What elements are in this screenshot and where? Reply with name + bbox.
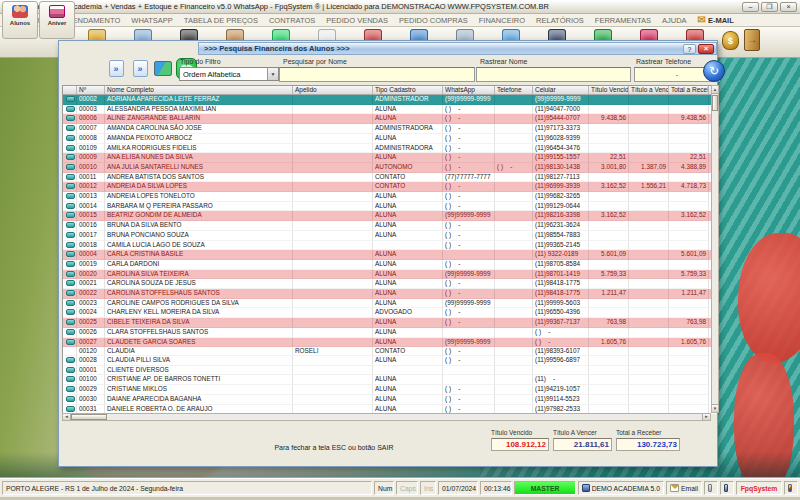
cell [443,328,495,338]
table-row[interactable]: 00014BARBARA M Q PEREIRA PASSAROALUNA( )… [63,202,716,212]
table-row[interactable]: 00026CLARA STOFFELSHAUS SANTOSALUNA( ) - [63,328,716,338]
table-row[interactable]: 00011ANDREA BATISTA DOS SANTOSCONTATO(77… [63,173,716,183]
column-header[interactable]: Apelido [293,86,373,94]
table-row[interactable]: 00016BRUNA DA SILVA BENTOALUNA( ) -(11)9… [63,221,716,231]
map-button[interactable] [153,59,173,79]
print-button[interactable]: » [130,59,150,79]
table-row[interactable]: 00004CARLA CRISTINA BASILEALUNA(11) 9322… [63,250,716,260]
table-row[interactable]: 00029CRISTIANE MIKLOSALUNA( ) -(11)94219… [63,385,716,395]
row-icon-cell [63,260,77,270]
phone-icon [66,164,75,170]
cell: (77)77777-7777 [443,173,495,183]
cell: ( ) - [443,231,495,241]
money-bag-icon[interactable]: $ [722,31,739,50]
cell: 00017 [77,231,105,241]
menu-item-email[interactable]: ✉ E-MAIL [698,16,734,25]
column-header[interactable]: Nº [77,86,105,94]
table-row[interactable]: 00100CRISTIANE AP. DE BARROS TONETTIALUN… [63,375,716,385]
horizontal-scrollbar[interactable]: ◄ ► [62,413,711,421]
toolbar-button-aniver[interactable]: Aniver [39,1,75,39]
menu-item-financeiro[interactable]: FINANCEIRO [479,16,525,25]
dialog-help-button[interactable]: ? [683,44,696,54]
restore-button[interactable]: ❐ [761,2,778,12]
refresh-button[interactable]: ↻ [703,60,725,82]
money-cell: 22,51 [589,153,629,163]
minimize-button[interactable]: – [742,2,759,12]
table-row[interactable]: 00023CAROLINE CAMPOS RODRIGUES DA SILVAA… [63,299,716,309]
refresh-icon: ↻ [709,64,719,78]
column-header[interactable]: Título a Vencer [629,86,669,94]
toolbar-button-alunos[interactable]: Alunos [2,1,38,39]
menu-item-tabela-de-pre-os[interactable]: TABELA DE PREÇOS [184,16,258,25]
money-cell [589,173,629,183]
table-row[interactable]: 00109AMILKA RODRIGUES FIDELISADMINISTRAD… [63,144,716,154]
menu-item-ferramentas[interactable]: FERRAMENTAS [595,16,651,25]
table-row[interactable]: 00003ALESSANDRA PESSOA MAXIMILIANALUNA( … [63,105,716,115]
table-row[interactable]: 00007AMANDA CAROLINA SÃO JOSEADMINISTRAD… [63,124,716,134]
menu-item-whatsapp[interactable]: WHATSAPP [131,16,173,25]
menu-item-pedido-compras[interactable]: PEDIDO COMPRAS [399,16,468,25]
table-row[interactable]: 00001CLIENTE DIVERSOS [63,366,716,376]
scroll-up-icon[interactable]: ▲ [712,86,718,94]
scroll-down-icon[interactable]: ▼ [712,404,718,412]
menu-item-relat-rios[interactable]: RELATÓRIOS [536,16,584,25]
scroll-right-icon[interactable]: ► [702,414,710,420]
table-row[interactable]: 00028CLAUDIA PILLI SILVAALUNA( ) -(11)99… [63,356,716,366]
column-header[interactable]: Título Vencido [589,86,629,94]
cell: (11)96550-4396 [533,308,589,318]
table-row[interactable]: 00017BRUNA PONCIANO SOUZAALUNA( ) -(11)9… [63,231,716,241]
menu-item-pedido-vendas[interactable]: PEDIDO VENDAS [326,16,388,25]
table-row[interactable]: 00030DAIANE APARECIDA BAGANHAALUNA( ) -(… [63,395,716,405]
column-header[interactable]: WhatsApp [443,86,495,94]
column-header[interactable]: Telefone [495,86,533,94]
cell: (11)98130-1438 [533,163,589,173]
cell: ALUNA [373,134,443,144]
cell: 00016 [77,221,105,231]
table-row[interactable]: 00022CAROLINA STOFFELSHAUS SANTOSALUNA( … [63,289,716,299]
table-row[interactable]: 00002ADRIANA APARECIDA LEITE FERRAZADMIN… [63,95,716,105]
pesquisar-nome-input[interactable] [279,67,475,82]
table-row[interactable]: 00021CAROLINA SOUZA DE JESUSALUNA( ) -(1… [63,279,716,289]
vertical-scrollbar[interactable]: ▲ ▼ [711,85,719,413]
cell [495,192,533,202]
table-row[interactable]: 00009ANA ELISA NUNES DA SILVAALUNA( ) -(… [63,153,716,163]
menu-item-ajuda[interactable]: AJUDA [662,16,687,25]
dialog-title-bar[interactable]: >>> Pesquisa Financeira dos Alunos >>> ?… [198,42,717,55]
column-header[interactable]: Total a Receber [669,86,709,94]
table-row[interactable]: 00012ANDREIA DA SILVA LOPESCONTATO( ) -(… [63,182,716,192]
table-row[interactable]: 00010ANA JULIA SANTARELLI NUNESAUTONOMO(… [63,163,716,173]
table-row[interactable]: 00013ANDREIA LOPES TONELOTOALUNA( ) -(11… [63,192,716,202]
vertical-scroll-thumb[interactable] [712,95,718,111]
export-button[interactable]: » [106,59,126,79]
column-header[interactable]: Nome Completo [105,86,293,94]
phone-icon [66,357,75,363]
column-header-icon[interactable] [63,86,77,94]
close-button[interactable]: × [780,2,797,12]
rastrear-nome-input[interactable] [476,67,631,82]
table-row[interactable]: 00019CARLA DARDONIALUNA( ) -(11)98705-85… [63,260,716,270]
column-header[interactable]: Tipo Cadastro [373,86,443,94]
exit-door-icon[interactable]: → [744,29,760,51]
phone-icon [66,271,75,277]
table-row[interactable]: 00015BEATRIZ GONDIM DE ALMEIDAALUNA(99)9… [63,211,716,221]
menu-item-contratos[interactable]: CONTRATOS [269,16,315,25]
table-row[interactable]: 00018CAMILA LUCIA LAGO DE SOUZA( ) -(11)… [63,241,716,251]
scroll-left-icon[interactable]: ◄ [63,414,71,420]
table-row[interactable]: 00120CLAUDIAROSELICONTATO( ) -(11)98393-… [63,347,716,356]
total-label: Total a Receber [616,429,680,436]
table-row[interactable]: 00020CAROLINA SILVA TEIXEIRAALUNA(99)999… [63,270,716,280]
dialog-close-button[interactable]: × [698,44,714,54]
table-row[interactable]: 00024CHARLENY KELL MOREIRA DA SILVAADVOG… [63,308,716,318]
table-row[interactable]: 00027CLAUDETE GARCIA SOARESALUNA(99)9999… [63,338,716,348]
column-header[interactable]: Celular [533,86,589,94]
cell [293,231,373,241]
table-row[interactable]: 00006ALINE ZANGRANDE BALLARINALUNA( ) -(… [63,114,716,124]
money-cell [589,395,629,405]
tipo-filtro-select[interactable]: Ordem Alfabetica ▼ [179,67,279,81]
row-icon-cell [63,250,77,260]
table-row[interactable]: 00025CIBELE TEIXEIRA DA SILVAALUNA( ) -(… [63,318,716,328]
cell [293,173,373,183]
horizontal-scroll-thumb[interactable] [71,414,107,420]
table-row[interactable]: 00008AMANDA PEIXOTO ARBOCZALUNA( ) -(11)… [63,134,716,144]
rastrear-telefone-label: Rastrear Telefone [636,58,691,65]
